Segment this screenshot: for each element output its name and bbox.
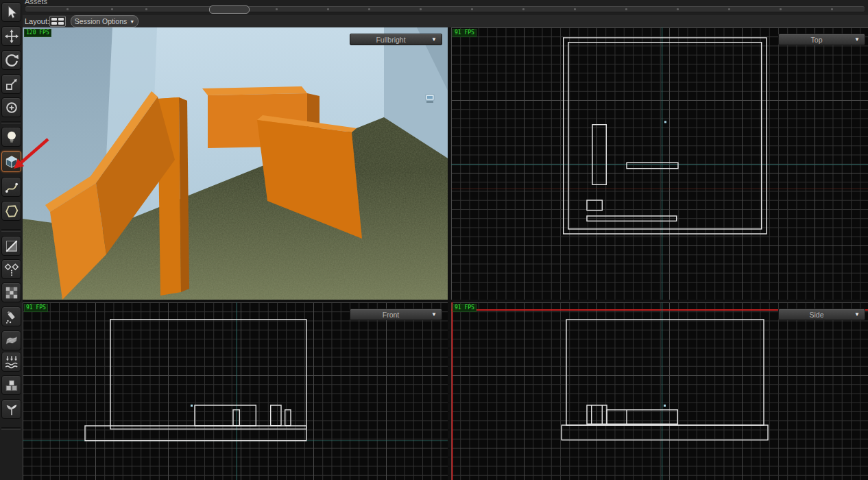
rotate-icon [4, 53, 19, 68]
tool-path-button[interactable] [1, 177, 21, 197]
curve-path-icon [4, 180, 19, 195]
chevron-down-icon: ▼ [130, 19, 134, 24]
tool-light-button[interactable] [1, 127, 21, 147]
circle-plus-icon [4, 100, 19, 115]
top-bar: Assets Layout: Session Options ▼ [23, 0, 868, 27]
track-tick [728, 8, 730, 10]
viewport-front[interactable]: 91 FPS Front ▼ [23, 302, 448, 480]
move-arrows-icon [4, 29, 19, 44]
track-tick [111, 8, 113, 10]
tool-move-button[interactable] [1, 26, 21, 46]
scene-3d [23, 27, 448, 300]
layout-label: Layout: [25, 17, 49, 25]
toolbar-separator [1, 427, 21, 430]
cube-stack-icon [4, 378, 19, 393]
tool-displacement-button[interactable] [1, 331, 21, 350]
fps-counter: 91 FPS [453, 304, 477, 312]
vertex-diamonds-icon [4, 262, 19, 277]
grid-cell [51, 22, 57, 25]
origin-dot [191, 405, 193, 407]
tool-texture-browser-button[interactable] [1, 283, 21, 302]
tool-foliage-button[interactable] [1, 399, 21, 419]
view-type-dropdown[interactable]: Side ▼ [778, 309, 865, 320]
track-tick [420, 8, 422, 10]
chevron-down-icon: ▼ [431, 311, 437, 317]
tool-select-button[interactable] [1, 2, 21, 22]
polygon-icon [4, 204, 19, 219]
viewport-side[interactable]: 91 FPS Side ▼ [451, 302, 868, 480]
tool-primitives-button[interactable] [1, 375, 21, 395]
tool-displacement-sculpt-button[interactable] [1, 352, 21, 372]
track-tick [780, 8, 782, 10]
plant-icon [4, 402, 19, 417]
grid-cell [58, 22, 64, 25]
grid-cell [51, 18, 57, 21]
origin-dot [664, 405, 666, 407]
track-tick [145, 8, 147, 10]
checkerboard-icon [4, 285, 19, 300]
tool-zoom-button[interactable] [1, 97, 21, 117]
origin-dot [664, 121, 666, 123]
track-tick [327, 8, 329, 10]
tool-apply-texture-button[interactable] [1, 307, 21, 326]
fps-counter: 91 FPS [453, 29, 477, 37]
front-view-wireframe [23, 302, 448, 480]
tool-block-button[interactable] [1, 151, 21, 172]
viewport-splitter-vertical[interactable] [448, 27, 451, 480]
session-options-button[interactable]: Session Options ▼ [71, 15, 138, 27]
session-options-label: Session Options [75, 17, 127, 25]
block-cube-icon [4, 154, 19, 169]
chevron-down-icon: ▼ [854, 36, 860, 43]
render-mode-dropdown[interactable]: Fullbright ▼ [350, 34, 442, 45]
view-type-dropdown[interactable]: Front ▼ [350, 309, 442, 320]
scale-icon [4, 77, 19, 92]
panel-tab-row: Assets [23, 0, 868, 16]
waves-arrows-icon [4, 355, 19, 370]
tool-rotate-button[interactable] [1, 50, 21, 70]
displacement-sheet-icon [4, 333, 19, 348]
paint-bottle-icon [4, 309, 19, 324]
chevron-down-icon: ▼ [854, 311, 860, 317]
fps-counter: 91 FPS [24, 304, 48, 312]
tool-sidebar [0, 0, 23, 480]
top-view-wireframe [451, 27, 868, 300]
toolbar-separator [1, 229, 21, 232]
clip-icon [4, 239, 19, 254]
view-type-dropdown[interactable]: Top ▼ [778, 34, 865, 45]
side-view-wireframe [451, 302, 868, 480]
cursor-icon [4, 5, 19, 20]
track-tick [831, 8, 833, 10]
layout-row: Layout: Session Options ▼ [23, 15, 868, 27]
track-tick [522, 8, 525, 10]
viewport-splitter-horizontal[interactable] [23, 300, 868, 302]
track-tick [625, 8, 627, 10]
track-thumb[interactable] [209, 5, 250, 14]
layout-grid-button[interactable] [49, 16, 66, 27]
track-tick [574, 8, 576, 10]
timeline-track[interactable] [25, 6, 865, 12]
track-tick [471, 8, 473, 10]
viewport-top[interactable]: 91 FPS Top ▼ [451, 27, 868, 300]
track-tick [677, 8, 679, 10]
track-tick [67, 8, 69, 10]
level-editor-window: Assets Layout: Session Options ▼ [0, 0, 868, 480]
tool-scale-button[interactable] [1, 74, 21, 94]
toolbar-separator [1, 121, 21, 124]
light-bulb-icon [4, 130, 19, 145]
tool-clip-button[interactable] [1, 236, 21, 256]
viewport-perspective[interactable]: 120 FPS Fullbright ▼ [23, 27, 448, 300]
chevron-down-icon: ▼ [431, 36, 437, 43]
track-tick [368, 8, 370, 10]
grid-cell [58, 18, 64, 21]
assets-tab[interactable]: Assets [25, 0, 47, 5]
tool-polygon-button[interactable] [1, 201, 21, 221]
track-tick [276, 8, 278, 10]
tool-vertex-button[interactable] [1, 259, 21, 279]
fps-counter: 120 FPS [24, 29, 51, 37]
